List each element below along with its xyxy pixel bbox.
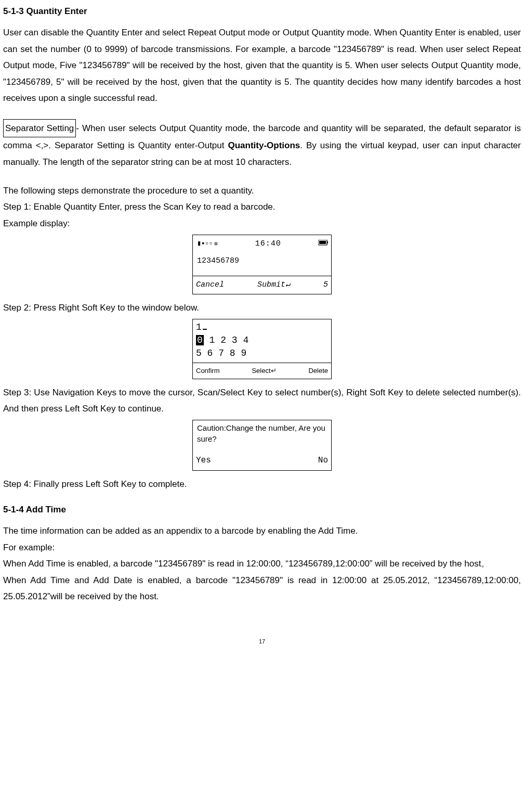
left-softkey[interactable]: Cancel [196,278,224,292]
no-softkey[interactable]: No [318,453,328,469]
right-softkey[interactable]: 5 [323,278,328,292]
mid-softkey[interactable]: Submit↵ [257,278,290,292]
softkey-row-1: Cancel Submit↵ 5 [193,276,331,294]
for-example-label: For example: [3,539,521,556]
barcode-readout: 123456789 [193,253,331,276]
softkey-row-2: Confirm Select↵ Delete [193,363,331,379]
svg-rect-2 [327,241,328,243]
battery-icon [318,237,329,251]
input-prefix: 1 [196,322,202,332]
signal-icon: ▮▪▫▫ [197,239,213,248]
highlighted-digit[interactable]: 0 [196,335,204,345]
device-screen-3: Caution:Change the number, Are you sure?… [192,420,332,470]
status-bar: ▮▪▫▫✲ 16:40 [193,235,331,253]
device-screen-1: ▮▪▫▫✲ 16:40 123456789 Cancel Submit↵ 5 [192,235,332,294]
device-screen-2: 1 0 1 2 3 4 5 6 7 8 9 Confirm Select↵ De… [192,319,332,379]
section-heading-513: 5-1-3 Quantity Enter [3,3,521,19]
yes-no-row: Yes No [193,452,331,470]
svg-rect-1 [319,241,326,244]
yes-softkey[interactable]: Yes [196,453,211,469]
procedure-intro: The following steps demonstrate the proc… [3,183,521,199]
boxed-separator-setting: Separator Setting [3,119,76,137]
example-display-label: Example display: [3,215,521,231]
right-softkey[interactable]: Delete [308,365,328,377]
caution-message: Caution:Change the number, Are you sure? [193,420,331,452]
para-513-intro: User can disable the Quantity Enter and … [3,24,521,106]
number-entry-area: 1 0 1 2 3 4 5 6 7 8 9 [193,319,331,363]
page-number: 17 [3,636,521,647]
addtime-para-1: The time information can be added as an … [3,523,521,539]
cursor-icon [203,329,207,330]
step-4: Step 4: Finally press Left Soft Key to c… [3,476,521,492]
step-3: Step 3: Use Navigation Keys to move the … [3,384,521,417]
time-display: 16:40 [255,237,281,251]
step-2: Step 2: Press Right Soft Key to the wind… [3,300,521,316]
mid-softkey[interactable]: Select↵ [252,365,276,377]
quantity-options-bold: Quantity-Options [228,140,300,150]
numpad-row-2[interactable]: 5 6 7 8 9 [196,347,328,360]
step-1: Step 1: Enable Quantity Enter, press the… [3,199,521,215]
row1-rest[interactable]: 1 2 3 4 [204,335,248,345]
section-heading-514: 5-1-4 Add Time [3,501,521,518]
input-line: 1 [196,321,328,334]
signal-and-gear: ▮▪▫▫✲ [197,237,218,251]
left-softkey[interactable]: Confirm [196,365,220,377]
addtime-para-2: When Add Time is enabled, a barcode "123… [3,556,521,572]
addtime-para-3: When Add Time and Add Date is enabled, a… [3,572,521,605]
para-separator: Separator Setting- When user selects Out… [3,119,521,170]
numpad-row-1[interactable]: 0 1 2 3 4 [196,334,328,347]
gear-icon: ✲ [214,240,218,248]
